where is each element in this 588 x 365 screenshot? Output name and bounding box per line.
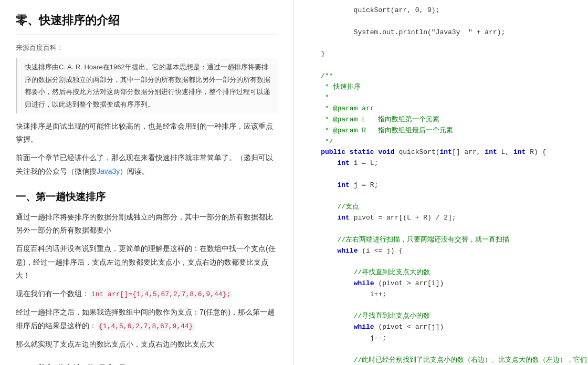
paragraph-5: 现在我们有一个数组：int arr[]={1,4,5,67,2,7,8,6,9,… xyxy=(16,287,278,300)
main-title: 零、快速排序的介绍 xyxy=(16,11,278,35)
left-panel: 零、快速排序的介绍 来源百度百科： 快速排序由C. A. R. Hoare在19… xyxy=(0,0,294,365)
code-line: int i = L; xyxy=(304,158,578,169)
code-line xyxy=(304,191,578,202)
code-line: //左右两端进行扫描，只要两端还没有交替，就一直扫描 xyxy=(304,235,578,246)
paragraph-7: 那么就实现了支点左边的数比支点小，支点右边的数比支点大 xyxy=(16,338,278,351)
code-line: int j = R; xyxy=(304,180,578,191)
code-line: while (pivot < arr[j]) xyxy=(304,322,578,333)
code-line: * @param arr xyxy=(304,103,578,114)
code-line: int pivot = arr[(L + R) / 2]; xyxy=(304,213,578,224)
code-line: * @param R 指向数组组最后一个元素 xyxy=(304,126,578,137)
code-line: /** xyxy=(304,71,578,82)
paragraph-2: 前面一个章节已经讲什么了，那么现在来看快速排序就非常简单了。（递归可以关注我的公… xyxy=(16,151,278,178)
code-line: public static void quickSort(int[] arr, … xyxy=(304,147,578,158)
code-block: quickSort(arr, 0, 9); System.out.println… xyxy=(294,5,588,365)
section-title-1: 一、第一趟快速排序 xyxy=(16,189,278,205)
code-line: System.out.println("Java3y " + arr); xyxy=(304,27,578,38)
code-line: //支点 xyxy=(304,202,578,213)
code-line xyxy=(304,169,578,180)
source-label: 来源百度百科： xyxy=(16,42,278,54)
blockquote: 快速排序由C. A. R. Hoare在1962年提出。它的基本思想是：通过一趟… xyxy=(16,58,278,113)
section-title-2: 二、递归分析与代码实现 xyxy=(16,361,278,365)
code-line xyxy=(304,300,578,311)
paragraph-1: 快速排序是面试出现的可能性比较高的，也是经常会用到的一种排序，应该重点掌握。 xyxy=(16,120,278,146)
paragraph-6: 经过一趟排序之后，如果我选择数组中间的数作为支点：7(任意的)，那么第一趟排序后… xyxy=(16,306,278,332)
code-line xyxy=(304,38,578,49)
paragraph-4: 百度百科的话并没有说到重点，更简单的理解是这样的：在数组中找一个支点(任意)，经… xyxy=(16,242,278,282)
code-line: * xyxy=(304,92,578,103)
paragraph-3: 通过一趟排序将要排序的数据分割成独立的两部分，其中一部分的所有数据都比另外一部分… xyxy=(16,211,278,237)
code-line: * 快速排序 xyxy=(304,82,578,93)
code-line xyxy=(304,16,578,27)
code-line: while (i <= j) { xyxy=(304,246,578,257)
code-line: //寻找直到比支点大的数 xyxy=(304,267,578,278)
code-line: while (pivot > arr[i]) xyxy=(304,278,578,289)
code-line xyxy=(304,256,578,267)
code-line xyxy=(304,344,578,355)
code-line xyxy=(304,224,578,235)
code-line: //寻找直到比支点小的数 xyxy=(304,311,578,322)
code-line: i++; xyxy=(304,289,578,300)
java3y-link[interactable]: Java3y xyxy=(97,167,120,175)
code-line: } xyxy=(304,49,578,60)
code-line: quickSort(arr, 0, 9); xyxy=(304,5,578,16)
code-line xyxy=(304,60,578,71)
code-line: j--; xyxy=(304,333,578,344)
code-array-2: {1,4,5,6,2,7,8,67,9,44} xyxy=(97,322,195,331)
code-array-1: int arr[]={1,4,5,67,2,7,8,6,9,44}; xyxy=(89,290,233,299)
right-panel: quickSort(arr, 0, 9); System.out.println… xyxy=(294,0,588,365)
code-line: //此时已经分别找到了比支点小的数（右边）、比支点大的数（左边），它们进行交换 xyxy=(304,355,578,366)
code-line: */ xyxy=(304,137,578,148)
code-line: * @param L 指向数组第一个元素 xyxy=(304,114,578,126)
